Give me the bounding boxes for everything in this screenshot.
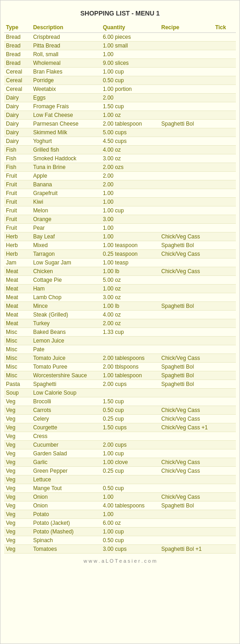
- cell-tick[interactable]: [213, 250, 236, 259]
- cell-tick[interactable]: [213, 259, 236, 267]
- table-row: MiscLemon Juice: [4, 337, 236, 345]
- table-row: VegPotato1.00: [4, 510, 236, 519]
- table-row: MeatCottage Pie5.00 oz: [4, 276, 236, 285]
- cell-tick[interactable]: [213, 458, 236, 467]
- cell-type: Dairy: [4, 128, 31, 137]
- cell-tick[interactable]: [213, 154, 236, 163]
- cell-tick[interactable]: [213, 328, 236, 337]
- cell-recipe: Chick/Veg Cass: [160, 493, 213, 501]
- cell-type: Herb: [4, 232, 31, 241]
- cell-tick[interactable]: [213, 94, 236, 102]
- cell-recipe: Spaghetti Bol: [160, 363, 213, 371]
- footer: w w w . a L O T e a s i e r . c o m: [4, 558, 236, 564]
- cell-tick[interactable]: [213, 172, 236, 180]
- cell-tick[interactable]: [213, 163, 236, 172]
- cell-tick[interactable]: [213, 545, 236, 554]
- cell-recipe: [160, 319, 213, 328]
- table-header-row: Type Description Quantity Recipe Tick: [4, 22, 236, 33]
- cell-qty: 1.00: [101, 224, 160, 232]
- cell-recipe: [160, 441, 213, 449]
- cell-tick[interactable]: [213, 484, 236, 493]
- table-row: DairyFromage Frais1.50 cup: [4, 102, 236, 111]
- cell-type: Misc: [4, 328, 31, 337]
- cell-tick[interactable]: [213, 406, 236, 415]
- cell-tick[interactable]: [213, 59, 236, 68]
- cell-tick[interactable]: [213, 102, 236, 111]
- cell-recipe: [160, 510, 213, 519]
- cell-type: Herb: [4, 250, 31, 259]
- cell-qty: 6.00 pieces: [101, 33, 160, 42]
- cell-type: Fruit: [4, 172, 31, 180]
- cell-tick[interactable]: [213, 276, 236, 285]
- cell-tick[interactable]: [213, 232, 236, 241]
- table-row: HerbMixed1.00 teaspoonSpaghetti Bol: [4, 241, 236, 250]
- cell-type: Veg: [4, 415, 31, 423]
- cell-tick[interactable]: [213, 206, 236, 215]
- cell-desc: Pear: [31, 224, 101, 232]
- cell-tick[interactable]: [213, 189, 236, 198]
- cell-tick[interactable]: [213, 510, 236, 519]
- cell-tick[interactable]: [213, 363, 236, 371]
- cell-tick[interactable]: [213, 137, 236, 146]
- cell-tick[interactable]: [213, 128, 236, 137]
- cell-tick[interactable]: [213, 441, 236, 449]
- cell-tick[interactable]: [213, 528, 236, 536]
- cell-tick[interactable]: [213, 241, 236, 250]
- cell-tick[interactable]: [213, 415, 236, 423]
- cell-tick[interactable]: [213, 285, 236, 293]
- cell-tick[interactable]: [213, 198, 236, 206]
- cell-tick[interactable]: [213, 397, 236, 406]
- cell-tick[interactable]: [213, 85, 236, 94]
- cell-tick[interactable]: [213, 432, 236, 441]
- cell-tick[interactable]: [213, 146, 236, 154]
- cell-type: Dairy: [4, 120, 31, 128]
- cell-tick[interactable]: [213, 354, 236, 363]
- cell-tick[interactable]: [213, 423, 236, 432]
- cell-tick[interactable]: [213, 371, 236, 380]
- cell-recipe: [160, 102, 213, 111]
- cell-recipe: [160, 224, 213, 232]
- cell-tick[interactable]: [213, 380, 236, 389]
- cell-tick[interactable]: [213, 501, 236, 510]
- cell-tick[interactable]: [213, 475, 236, 484]
- cell-desc: Cottage Pie: [31, 276, 101, 285]
- cell-tick[interactable]: [213, 68, 236, 76]
- cell-tick[interactable]: [213, 267, 236, 276]
- table-row: CerealWeetabix1.00 portion: [4, 85, 236, 94]
- cell-type: Pasta: [4, 380, 31, 389]
- cell-type: Fish: [4, 154, 31, 163]
- cell-tick[interactable]: [213, 536, 236, 545]
- cell-tick[interactable]: [213, 120, 236, 128]
- cell-tick[interactable]: [213, 215, 236, 224]
- cell-desc: Tomato Puree: [31, 363, 101, 371]
- cell-tick[interactable]: [213, 345, 236, 354]
- cell-tick[interactable]: [213, 42, 236, 50]
- cell-tick[interactable]: [213, 111, 236, 120]
- cell-tick[interactable]: [213, 302, 236, 311]
- cell-tick[interactable]: [213, 493, 236, 501]
- cell-tick[interactable]: [213, 293, 236, 302]
- cell-qty: 4.00 oz: [101, 146, 160, 154]
- table-row: VegOnion1.00Chick/Veg Cass: [4, 493, 236, 501]
- cell-tick[interactable]: [213, 337, 236, 345]
- table-row: MiscTomato Juice2.00 tablespoonsChick/Ve…: [4, 354, 236, 363]
- cell-tick[interactable]: [213, 389, 236, 397]
- cell-qty: 1.00: [101, 510, 160, 519]
- cell-tick[interactable]: [213, 449, 236, 458]
- cell-tick[interactable]: [213, 519, 236, 528]
- cell-tick[interactable]: [213, 311, 236, 319]
- cell-desc: Tomato Juice: [31, 354, 101, 363]
- cell-desc: Lamb Chop: [31, 293, 101, 302]
- cell-recipe: [160, 536, 213, 545]
- cell-tick[interactable]: [213, 76, 236, 85]
- cell-recipe: [160, 528, 213, 536]
- cell-qty: 1.00 oz: [101, 285, 160, 293]
- cell-tick[interactable]: [213, 33, 236, 42]
- cell-tick[interactable]: [213, 180, 236, 189]
- cell-tick[interactable]: [213, 319, 236, 328]
- cell-tick[interactable]: [213, 467, 236, 475]
- cell-type: Veg: [4, 458, 31, 467]
- cell-tick[interactable]: [213, 224, 236, 232]
- cell-type: Fish: [4, 163, 31, 172]
- cell-tick[interactable]: [213, 50, 236, 59]
